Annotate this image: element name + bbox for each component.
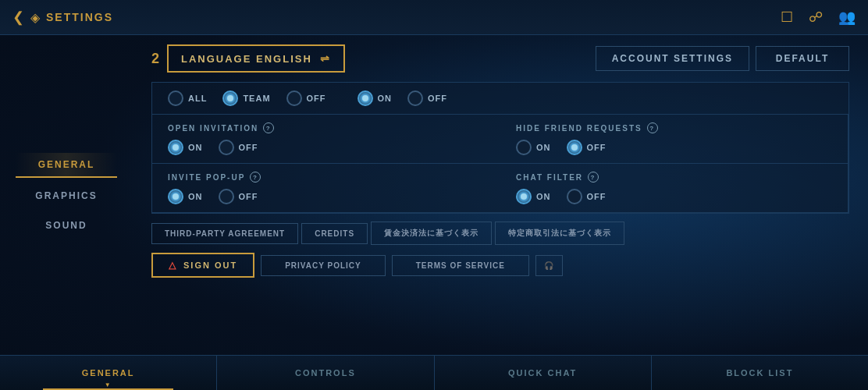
voice-all-label: ALL	[188, 94, 207, 103]
hide-friend-requests-block: HIDE FRIEND REQUESTS ? ON OFF	[500, 115, 848, 164]
settings-grid: ALL TEAM OFF ON OFF	[151, 82, 849, 214]
top-row-left: 2 LANGUAGE ENGLISH ⇌	[151, 44, 345, 73]
chat-filter-off-radio[interactable]	[567, 189, 582, 204]
hide-friend-requests-label: HIDE FRIEND REQUESTS ?	[516, 122, 832, 133]
warning-icon: △	[169, 260, 177, 271]
invite-popup-off-label: OFF	[239, 192, 258, 201]
open-inv-off[interactable]: OFF	[219, 140, 258, 155]
invite-popup-on[interactable]: ON	[168, 189, 203, 204]
bottom-nav: GENERAL CONTROLS QUICK CHAT BLOCK LIST	[0, 355, 868, 390]
chat-filter-on-radio[interactable]	[516, 189, 532, 204]
hide-fr-off-label: OFF	[587, 143, 607, 152]
open-inv-on[interactable]: ON	[168, 140, 203, 155]
language-icon: ⇌	[320, 52, 331, 65]
hide-fr-on-radio[interactable]	[516, 140, 532, 155]
top-bar: ❮ ◈ SETTINGS ☐ ☍ 👥	[0, 0, 868, 35]
bottom-row: THIRD-PARTY AGREEMENT CREDITS 賃金決済法に基づく表…	[151, 222, 849, 245]
brand-icon: ◈	[30, 10, 40, 25]
chat-icon[interactable]: ☍	[809, 9, 823, 26]
sidebar-item-sound[interactable]: SOUND	[16, 214, 117, 237]
chat-filter-on-label: ON	[536, 192, 551, 201]
open-inv-off-radio[interactable]	[219, 140, 234, 155]
voice-chat-row: ALL TEAM OFF ON OFF	[152, 83, 848, 115]
voice-on2-option[interactable]: ON	[358, 90, 393, 106]
default-button[interactable]: DEFAULT	[756, 46, 849, 71]
top-bar-left: ❮ ◈ SETTINGS	[12, 9, 113, 26]
voice-off2-label: OFF	[428, 94, 447, 103]
open-invitation-label: OPEN INVITATION ?	[168, 122, 485, 133]
voice-team-radio[interactable]	[222, 90, 238, 106]
hide-fr-on[interactable]: ON	[516, 140, 551, 155]
back-icon[interactable]: ❮	[12, 9, 24, 26]
invite-popup-block: INVITE POP-UP ? ON OFF	[152, 164, 500, 213]
chat-filter-off-label: OFF	[587, 192, 607, 201]
chat-filter-block: CHAT FILTER ? ON OFF	[500, 164, 848, 213]
chat-filter-help[interactable]: ?	[588, 172, 599, 183]
friends-icon[interactable]: 👥	[838, 9, 856, 26]
third-party-button[interactable]: THIRD-PARTY AGREEMENT	[151, 223, 298, 244]
main-content: 2 LANGUAGE ENGLISH ⇌ ACCOUNT SETTINGS DE…	[133, 35, 868, 355]
invite-popup-on-radio[interactable]	[168, 189, 183, 204]
checklist-icon[interactable]: ☐	[781, 9, 793, 26]
hide-fr-off[interactable]: OFF	[567, 140, 607, 155]
headset-button[interactable]: 🎧	[535, 255, 563, 276]
voice-chat-group2: ON OFF	[358, 90, 448, 106]
voice-on2-label: ON	[378, 94, 393, 103]
sign-out-button[interactable]: △ SIGN OUT	[151, 253, 254, 278]
chat-filter-options: ON OFF	[516, 189, 832, 204]
invite-popup-off-radio[interactable]	[219, 189, 234, 204]
terms-of-service-button[interactable]: TERMS OF SERVICE	[392, 255, 529, 276]
voice-off2-radio[interactable]	[407, 90, 423, 106]
voice-team-label: TEAM	[243, 94, 270, 103]
voice-chat-group1: ALL TEAM OFF	[168, 90, 326, 106]
hide-friend-requests-help[interactable]: ?	[647, 122, 658, 133]
voice-on2-radio[interactable]	[358, 90, 373, 106]
top-row: 2 LANGUAGE ENGLISH ⇌ ACCOUNT SETTINGS DE…	[151, 44, 849, 73]
open-inv-on-label: ON	[188, 143, 203, 152]
invite-popup-help[interactable]: ?	[250, 172, 261, 183]
top-row-right: ACCOUNT SETTINGS DEFAULT	[596, 46, 849, 71]
language-button[interactable]: LANGUAGE ENGLISH ⇌	[167, 44, 345, 73]
bottom-nav-block-list[interactable]: BLOCK LIST	[652, 356, 868, 390]
open-invitation-block: OPEN INVITATION ? ON OFF	[152, 115, 500, 164]
sidebar: GENERAL GRAPHICS SOUND	[0, 35, 133, 355]
bottom-nav-quick-chat[interactable]: QUICK CHAT	[435, 356, 652, 390]
step-number: 2	[151, 51, 159, 67]
japanese2-button[interactable]: 特定商取引法に基づく表示	[495, 222, 624, 245]
japanese1-button[interactable]: 賃金決済法に基づく表示	[371, 222, 492, 245]
voice-all-option[interactable]: ALL	[168, 90, 207, 106]
top-bar-right: ☐ ☍ 👥	[781, 9, 856, 26]
privacy-policy-button[interactable]: PRIVACY POLICY	[261, 255, 386, 276]
hide-fr-off-radio[interactable]	[567, 140, 582, 155]
settings-title: SETTINGS	[46, 11, 113, 23]
invite-popup-label: INVITE POP-UP ?	[168, 172, 485, 183]
invite-popup-options: ON OFF	[168, 189, 485, 204]
bottom-nav-controls[interactable]: CONTROLS	[217, 356, 434, 390]
open-invitation-help[interactable]: ?	[263, 122, 274, 133]
credits-button[interactable]: CREDITS	[301, 223, 368, 244]
chat-filter-on[interactable]: ON	[516, 189, 551, 204]
open-invitation-options: ON OFF	[168, 140, 485, 155]
open-inv-on-radio[interactable]	[168, 140, 183, 155]
open-inv-off-label: OFF	[239, 143, 258, 152]
voice-off-label: OFF	[307, 94, 326, 103]
invite-popup-off[interactable]: OFF	[219, 189, 258, 204]
sidebar-item-general[interactable]: GENERAL	[16, 153, 117, 178]
chat-filter-label: CHAT FILTER ?	[516, 172, 832, 183]
sidebar-item-graphics[interactable]: GRAPHICS	[16, 184, 117, 207]
invite-popup-on-label: ON	[188, 192, 203, 201]
hide-friend-requests-options: ON OFF	[516, 140, 832, 155]
account-settings-button[interactable]: ACCOUNT SETTINGS	[596, 46, 749, 71]
voice-team-option[interactable]: TEAM	[222, 90, 270, 106]
language-label: LANGUAGE ENGLISH	[181, 53, 312, 65]
bottom-row-2: △ SIGN OUT PRIVACY POLICY TERMS OF SERVI…	[151, 253, 849, 278]
bottom-nav-general[interactable]: GENERAL	[0, 356, 217, 390]
voice-all-radio[interactable]	[168, 90, 183, 106]
chat-filter-off[interactable]: OFF	[567, 189, 607, 204]
voice-off-radio[interactable]	[286, 90, 302, 106]
voice-off2-option[interactable]: OFF	[407, 90, 447, 106]
voice-off-option[interactable]: OFF	[286, 90, 326, 106]
hide-fr-on-label: ON	[536, 143, 551, 152]
